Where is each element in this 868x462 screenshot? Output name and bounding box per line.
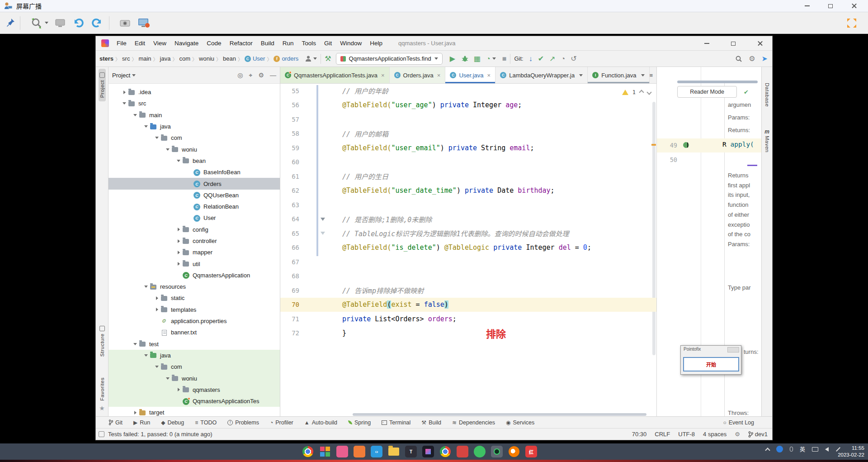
tab-orders-java[interactable]: COrders.java×: [390, 67, 446, 83]
tree-item-resources[interactable]: resources: [108, 281, 280, 292]
display-icon[interactable]: [812, 447, 818, 452]
menu-git[interactable]: Git: [320, 40, 336, 47]
tool-button-dependencies[interactable]: ≋Dependencies: [452, 419, 495, 426]
taskbar-clock[interactable]: 11:55 2023-02-22: [838, 445, 864, 458]
tree-chevron-icon[interactable]: [153, 366, 160, 368]
tree-chevron-icon[interactable]: [153, 308, 160, 311]
tool-button-profiler[interactable]: ◔Profiler: [270, 419, 293, 426]
line-ending[interactable]: CRLF: [655, 431, 670, 438]
menu-refactor[interactable]: Refactor: [226, 40, 257, 47]
tree-item-woniu[interactable]: woniu: [108, 372, 280, 384]
tab-function-java[interactable]: IFunction.java: [588, 67, 649, 83]
tree-chevron-icon[interactable]: [175, 239, 182, 243]
git-history-icon[interactable]: ◔: [561, 55, 566, 62]
tree-chevron-icon[interactable]: [164, 377, 171, 380]
green-app-icon[interactable]: [474, 446, 486, 457]
project-panel-title[interactable]: Project: [112, 72, 130, 79]
menu-run[interactable]: Run: [278, 40, 298, 47]
tool-stripe-favorites[interactable]: Favorites: [99, 377, 105, 401]
tool-button-terminal[interactable]: ›Terminal: [382, 419, 410, 426]
menu-window[interactable]: Window: [336, 40, 366, 47]
magnifier-tool-icon[interactable]: [30, 17, 44, 29]
tree-chevron-icon[interactable]: [175, 262, 182, 266]
tree-chevron-icon[interactable]: [121, 102, 128, 105]
ide-minimize-button[interactable]: [701, 39, 712, 48]
user-menu-icon[interactable]: [305, 55, 312, 62]
tree-item-test[interactable]: test: [108, 338, 280, 350]
tab-close-icon[interactable]: ×: [487, 72, 491, 79]
tool-dropdown-caret[interactable]: [45, 22, 48, 24]
hammer-build-icon[interactable]: ⚒: [325, 55, 331, 62]
tool-button-debug[interactable]: ◆Debug: [161, 419, 184, 426]
start-button[interactable]: [285, 446, 297, 457]
tree-chevron-icon[interactable]: [132, 114, 139, 116]
double-check-icon[interactable]: ✔: [744, 89, 749, 95]
doc-horizontal-scrollbar[interactable]: [677, 81, 758, 83]
tray-chevron-icon[interactable]: [765, 448, 770, 452]
breadcrumb-java[interactable]: java: [160, 55, 171, 62]
tree-item-config[interactable]: config: [108, 224, 280, 235]
pointofix-start-button[interactable]: 开始: [683, 357, 739, 372]
typora-icon[interactable]: T: [405, 446, 417, 457]
breadcrumb-orders[interactable]: forders: [274, 55, 298, 62]
menu-help[interactable]: Help: [366, 40, 387, 47]
favorites-star-icon[interactable]: ★: [99, 405, 105, 412]
breadcrumb-woniu[interactable]: woniu: [199, 55, 214, 62]
menu-build[interactable]: Build: [257, 40, 278, 47]
share-screen-icon[interactable]: [137, 18, 151, 29]
maximize-button[interactable]: [825, 2, 836, 10]
tree-chevron-icon[interactable]: [175, 160, 182, 162]
git-rollback-icon[interactable]: ↺: [571, 55, 576, 62]
screen-tool-icon[interactable]: [55, 18, 66, 28]
tree-chevron-icon[interactable]: [132, 343, 139, 345]
notes-app-icon[interactable]: 红: [525, 446, 537, 457]
chrome-icon[interactable]: [302, 446, 314, 457]
breadcrumb-com[interactable]: com: [179, 55, 190, 62]
tool-stripe-maven[interactable]: Maven: [764, 136, 770, 152]
tab-caret-icon[interactable]: [641, 74, 645, 76]
tree-item-controller[interactable]: controller: [108, 235, 280, 247]
tool-button-services[interactable]: ◉Services: [506, 419, 534, 426]
tree-chevron-icon[interactable]: [175, 228, 182, 231]
tree-item-orders[interactable]: COrders: [108, 178, 280, 189]
tree-item-templates[interactable]: templates: [108, 304, 280, 315]
tree-item-src[interactable]: src: [108, 98, 280, 109]
debug-button[interactable]: [462, 55, 468, 62]
tool-button-run[interactable]: ▶Run: [133, 419, 150, 426]
tree-chevron-icon[interactable]: [153, 137, 160, 139]
tree-item-java[interactable]: java: [108, 350, 280, 361]
menu-view[interactable]: View: [149, 40, 170, 47]
tree-item-qqmastersapplication[interactable]: CQqmastersApplication: [108, 270, 280, 281]
hide-panel-icon[interactable]: —: [270, 71, 276, 79]
tool-button-event-log[interactable]: ○Event Log: [723, 419, 754, 426]
chrome-alt-icon[interactable]: [439, 446, 451, 457]
editor-horizontal-scrollbar[interactable]: [280, 413, 656, 416]
tool-stripe-structure[interactable]: Structure: [99, 326, 105, 357]
tree-item-qqmasters[interactable]: qqmasters: [108, 384, 280, 395]
minimize-button[interactable]: [801, 2, 813, 10]
coverage-button[interactable]: ▦: [474, 55, 481, 62]
tree-item-banner-txt[interactable]: banner.txt: [108, 327, 280, 338]
tab-close-icon[interactable]: ×: [381, 72, 385, 79]
stop-button[interactable]: ■: [502, 55, 507, 62]
tree-item-mapper[interactable]: mapper: [108, 247, 280, 258]
ide-maximize-button[interactable]: [727, 39, 739, 48]
status-message[interactable]: Tests failed: 1, passed: 0 (a minute ago…: [108, 431, 212, 438]
write-access-icon[interactable]: ⚙: [735, 431, 740, 437]
tree-item-com[interactable]: com: [108, 132, 280, 143]
caret-position[interactable]: 70:30: [632, 431, 647, 438]
breadcrumb-bean[interactable]: bean: [223, 55, 236, 62]
tab-caret-icon[interactable]: [579, 74, 583, 76]
user-menu-caret[interactable]: [313, 57, 317, 60]
tree-item-com[interactable]: com: [108, 361, 280, 372]
tree-item-qqmastersapplicationtes[interactable]: CQqmastersApplicationTes: [108, 395, 280, 407]
profiler-button[interactable]: ◔: [486, 55, 491, 62]
fold-marker[interactable]: [318, 232, 327, 235]
file-explorer-icon[interactable]: [388, 446, 400, 457]
tool-button-git[interactable]: Git: [108, 419, 123, 426]
orange-app-icon[interactable]: [354, 446, 365, 457]
tree-chevron-icon[interactable]: [175, 388, 182, 391]
breadcrumb-main[interactable]: main: [138, 55, 151, 62]
menu-navigate[interactable]: Navigate: [170, 40, 203, 47]
tool-stripe-database[interactable]: Database: [764, 83, 770, 107]
